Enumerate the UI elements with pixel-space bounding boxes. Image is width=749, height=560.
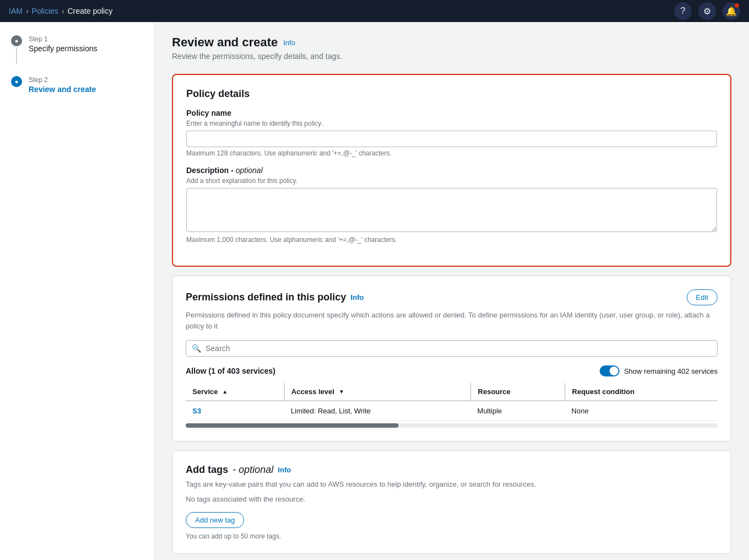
step-1-content: Step 1 Specify permissions: [29, 35, 143, 53]
resource-cell: Multiple: [471, 401, 565, 421]
service-cell[interactable]: S3: [186, 401, 284, 421]
tags-limit-text: You can add up to 50 more tags.: [186, 532, 718, 540]
tags-description: Tags are key-value pairs that you can ad…: [186, 480, 718, 488]
no-tags-label: No tags associated with the resource.: [186, 495, 718, 503]
policy-name-input[interactable]: [186, 131, 717, 147]
table-header-row: Service ▲ Access level ▼: [186, 383, 718, 401]
policy-details-title: Policy details: [186, 88, 717, 100]
sidebar-step-2: ● Step 2 Review and create: [11, 76, 143, 94]
permissions-description: Permissions defined in this policy docum…: [186, 310, 718, 331]
horizontal-scrollbar[interactable]: [186, 423, 718, 428]
show-remaining-toggle[interactable]: [600, 365, 619, 376]
step-connector: [16, 47, 17, 64]
access-level-cell: Limited: Read, List, Write: [284, 401, 471, 421]
header-info-link[interactable]: Info: [283, 39, 295, 47]
edit-button[interactable]: Edit: [687, 289, 718, 305]
search-icon: 🔍: [192, 344, 201, 353]
allow-label: Allow (1 of 403 services): [186, 367, 276, 375]
page-title: Review and create: [172, 35, 278, 50]
permissions-header: Permissions defined in this policy Info …: [186, 289, 718, 305]
col-resource: Resource: [471, 383, 565, 401]
breadcrumb-sep-1: ›: [26, 7, 29, 15]
description-label: Description - optional: [186, 166, 717, 175]
policy-name-label: Policy name: [186, 109, 717, 117]
permissions-table-scroll: Service ▲ Access level ▼: [186, 383, 718, 428]
description-hint: Add a short explanation for this policy.: [186, 177, 717, 185]
page-header-title-row: Review and create Info: [172, 35, 731, 50]
sidebar-step-1: ● Step 1 Specify permissions: [11, 35, 143, 65]
policy-name-help: Maximum 128 characters. Use alphanumeric…: [186, 149, 717, 157]
permissions-table: Service ▲ Access level ▼: [186, 383, 718, 421]
service-sort-icon: ▲: [222, 389, 228, 395]
step-2-circle: ●: [11, 76, 22, 87]
request-condition-cell: None: [565, 401, 718, 421]
page-layout: ● Step 1 Specify permissions ● Step 2 Re…: [0, 22, 749, 560]
permissions-card: Permissions defined in this policy Info …: [172, 276, 731, 441]
breadcrumb-sep-2: ›: [62, 7, 64, 15]
step-2-content: Step 2 Review and create: [29, 76, 143, 94]
step-2-indicator: ●: [11, 76, 22, 87]
page-subtitle: Review the permissions, specify details,…: [172, 52, 731, 61]
add-tag-button[interactable]: Add new tag: [186, 512, 244, 528]
permissions-info-link[interactable]: Info: [351, 293, 364, 301]
step-1-label: Specify permissions: [29, 44, 143, 53]
step-1-num: Step 1: [29, 35, 143, 43]
step-1-indicator: ●: [11, 35, 22, 65]
breadcrumb: IAM › Policies › Create policy: [9, 7, 112, 15]
help-icon-button[interactable]: ?: [674, 2, 692, 20]
tags-title-text: Add tags: [186, 464, 228, 476]
col-service[interactable]: Service ▲: [186, 383, 284, 401]
permissions-title-text: Permissions defined in this policy: [186, 292, 346, 303]
description-textarea[interactable]: [186, 188, 717, 232]
tags-card: Add tags - optional Info Tags are key-va…: [172, 450, 731, 554]
table-row: S3 Limited: Read, List, Write Multiple N…: [186, 401, 718, 421]
breadcrumb-policies[interactable]: Policies: [32, 7, 58, 15]
sidebar: ● Step 1 Specify permissions ● Step 2 Re…: [0, 22, 154, 560]
scrollbar-thumb: [186, 423, 398, 428]
tags-info-link[interactable]: Info: [278, 466, 291, 474]
main-content: Review and create Info Review the permis…: [154, 22, 749, 560]
step-1-circle: ●: [11, 35, 22, 46]
breadcrumb-iam[interactable]: IAM: [9, 7, 23, 15]
toggle-row: Show remaining 402 services: [600, 365, 718, 376]
access-sort-icon: ▼: [339, 389, 344, 395]
step-2-label: Review and create: [29, 85, 143, 94]
tags-optional-text: - optional: [233, 464, 273, 476]
page-header: Review and create Info Review the permis…: [172, 35, 731, 61]
description-field: Description - optional Add a short expla…: [186, 166, 717, 244]
top-nav: IAM › Policies › Create policy ? ⚙ 🔔: [0, 0, 749, 22]
col-access-level[interactable]: Access level ▼: [284, 383, 471, 401]
col-request-condition: Request condition: [565, 383, 718, 401]
bell-icon-button[interactable]: 🔔: [723, 2, 740, 20]
permissions-title-row: Permissions defined in this policy Info: [186, 292, 364, 303]
permissions-search-box[interactable]: 🔍: [186, 340, 718, 357]
tags-title-row: Add tags - optional Info: [186, 464, 718, 476]
top-nav-icons: ? ⚙ 🔔: [674, 2, 740, 20]
policy-details-card: Policy details Policy name Enter a meani…: [172, 74, 731, 267]
step-2-num: Step 2: [29, 76, 143, 84]
description-help: Maximum 1,000 characters. Use alphanumer…: [186, 236, 717, 244]
permissions-search-input[interactable]: [206, 344, 712, 353]
breadcrumb-current: Create policy: [67, 7, 112, 15]
settings-icon-button[interactable]: ⚙: [698, 2, 716, 20]
toggle-label: Show remaining 402 services: [624, 367, 718, 375]
notification-badge: [735, 3, 739, 8]
allow-row: Allow (1 of 403 services) Show remaining…: [186, 365, 718, 376]
policy-name-hint: Enter a meaningful name to identify this…: [186, 120, 717, 127]
policy-name-field: Policy name Enter a meaningful name to i…: [186, 109, 717, 157]
